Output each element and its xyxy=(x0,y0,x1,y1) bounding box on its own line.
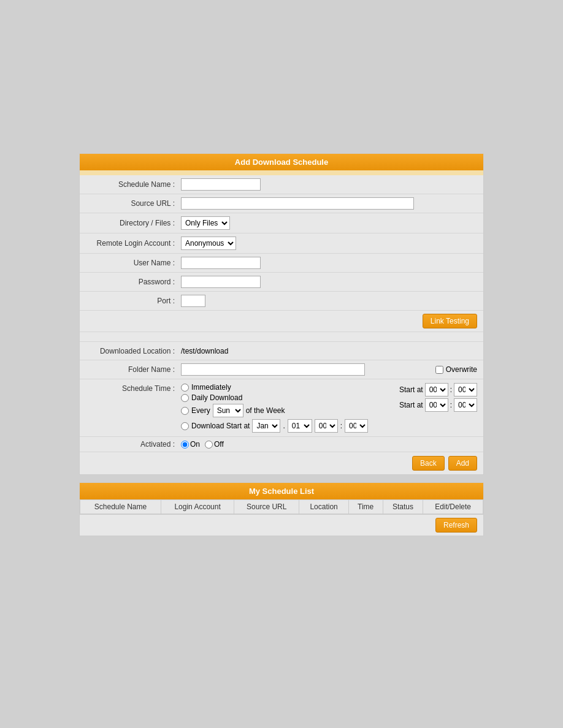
schedule-time-row: Schedule Time : Immediately Daily Downlo… xyxy=(80,379,483,437)
folder-name-input[interactable] xyxy=(181,363,365,376)
col-source-url: Source URL xyxy=(234,500,299,514)
activated-row: Activated : On Off xyxy=(80,437,483,452)
my-schedule-list-panel: My Schedule List Schedule Name Login Acc… xyxy=(79,482,484,536)
folder-name-label: Folder Name : xyxy=(86,365,181,374)
table-header-row: Schedule Name Login Account Source URL L… xyxy=(80,500,483,514)
start-min2-select[interactable]: 00 xyxy=(454,398,477,412)
schedule-list-table: Schedule Name Login Account Source URL L… xyxy=(80,499,483,514)
directory-files-row: Directory / Files : Only Files xyxy=(80,213,483,233)
link-testing-button[interactable]: Link Testing xyxy=(423,314,477,328)
colon1: : xyxy=(340,422,342,430)
source-url-input[interactable] xyxy=(181,197,414,210)
buttons-row: Back Add xyxy=(80,452,483,474)
password-row: Password : xyxy=(80,273,483,292)
overwrite-group: Overwrite xyxy=(435,365,477,374)
of-the-week-label: of the Week xyxy=(246,406,285,415)
activated-off-radio[interactable] xyxy=(205,441,213,449)
daily-download-row: Daily Download xyxy=(181,393,375,402)
password-input[interactable] xyxy=(181,276,261,288)
directory-files-label: Directory / Files : xyxy=(86,219,181,227)
download-start-hour-select[interactable]: 00 xyxy=(315,419,338,433)
start-hour1-select[interactable]: 00 xyxy=(425,383,448,396)
download-start-min-select[interactable]: 00 xyxy=(345,419,368,433)
schedule-time-right: Start at 00 : 00 Start at xyxy=(399,383,477,433)
immediately-label: Immediately xyxy=(191,383,231,392)
start-min1-select[interactable]: 00 xyxy=(454,383,477,396)
colon2: : xyxy=(450,385,452,394)
start-at-daily-label: Start at xyxy=(399,385,423,394)
col-status: Status xyxy=(383,500,423,514)
overwrite-label: Overwrite xyxy=(446,365,477,374)
every-label: Every xyxy=(191,406,210,415)
folder-name-row: Folder Name : Overwrite xyxy=(80,360,483,379)
list-footer: Refresh xyxy=(80,514,483,536)
day-of-week-select[interactable]: Sun xyxy=(213,404,243,417)
start-hour2-select[interactable]: 00 xyxy=(425,398,448,412)
download-start-radio[interactable] xyxy=(181,422,189,430)
activated-on-radio[interactable] xyxy=(181,441,189,449)
user-name-row: User Name : xyxy=(80,254,483,273)
schedule-time-controls: Immediately Daily Download Every xyxy=(181,383,375,433)
folder-row-inner: Overwrite xyxy=(181,363,477,376)
download-start-label: Download Start at xyxy=(191,422,250,430)
overwrite-checkbox[interactable] xyxy=(435,366,443,374)
schedule-time-label: Schedule Time : xyxy=(86,383,181,393)
user-name-input[interactable] xyxy=(181,257,261,269)
panel-subheader xyxy=(80,170,483,175)
immediately-row: Immediately xyxy=(181,383,375,392)
col-time: Time xyxy=(348,500,383,514)
col-login-account: Login Account xyxy=(161,500,234,514)
downloaded-location-row: Downloaded Location : /test/download xyxy=(80,342,483,360)
user-name-label: User Name : xyxy=(86,259,181,267)
schedule-name-input[interactable] xyxy=(181,178,261,191)
back-button[interactable]: Back xyxy=(412,456,445,471)
password-label: Password : xyxy=(86,278,181,286)
link-testing-row: Link Testing xyxy=(80,311,483,332)
port-input[interactable] xyxy=(181,295,205,307)
daily-download-label: Daily Download xyxy=(191,393,242,402)
remote-login-row: Remote Login Account : Anonymous xyxy=(80,233,483,254)
source-url-row: Source URL : xyxy=(80,194,483,213)
start-at-weekly-row: Start at 00 : 00 xyxy=(399,398,477,412)
dot1: . xyxy=(283,422,285,430)
col-location: Location xyxy=(299,500,348,514)
daily-download-radio[interactable] xyxy=(181,394,189,402)
colon3: : xyxy=(450,401,452,409)
add-schedule-title: Add Download Schedule xyxy=(80,154,483,170)
download-start-month-select[interactable]: Jan xyxy=(252,419,280,433)
downloaded-location-value: /test/download xyxy=(181,347,228,355)
schedule-name-label: Schedule Name : xyxy=(86,180,181,189)
remote-login-label: Remote Login Account : xyxy=(86,239,181,248)
source-url-label: Source URL : xyxy=(86,199,181,208)
add-button[interactable]: Add xyxy=(448,456,477,471)
immediately-radio[interactable] xyxy=(181,384,189,392)
schedule-name-row: Schedule Name : xyxy=(80,175,483,194)
download-start-row: Download Start at Jan . 01 00 : xyxy=(181,419,375,433)
downloaded-location-label: Downloaded Location : xyxy=(86,347,181,355)
my-schedule-list-title: My Schedule List xyxy=(80,483,483,499)
every-week-row: Every Sun of the Week xyxy=(181,404,375,417)
activated-label: Activated : xyxy=(86,440,181,449)
spacer-row xyxy=(80,332,483,342)
port-row: Port : xyxy=(80,292,483,311)
activated-on-label: On xyxy=(190,440,200,449)
refresh-button[interactable]: Refresh xyxy=(435,518,477,533)
download-start-day-select[interactable]: 01 xyxy=(288,419,312,433)
activated-off-label: Off xyxy=(214,440,224,449)
port-label: Port : xyxy=(86,297,181,305)
every-week-radio[interactable] xyxy=(181,407,189,415)
remote-login-select[interactable]: Anonymous xyxy=(181,237,236,250)
col-schedule-name: Schedule Name xyxy=(80,500,161,514)
col-edit-delete: Edit/Delete xyxy=(423,500,483,514)
start-at-daily-row: Start at 00 : 00 xyxy=(399,383,477,396)
start-at-weekly-label: Start at xyxy=(399,401,423,409)
directory-files-select[interactable]: Only Files xyxy=(181,216,230,230)
